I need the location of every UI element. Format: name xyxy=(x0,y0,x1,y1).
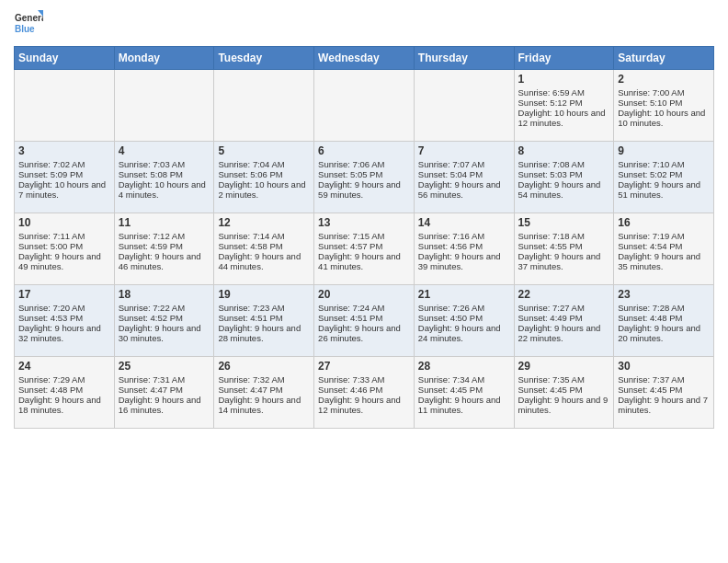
day-number: 26 xyxy=(218,360,310,373)
calendar-cell: 5Sunrise: 7:04 AMSunset: 5:06 PMDaylight… xyxy=(214,142,314,213)
daylight: Daylight: 9 hours and 46 minutes. xyxy=(119,251,201,271)
daylight: Daylight: 9 hours and 39 minutes. xyxy=(418,251,501,271)
calendar-cell: 3Sunrise: 7:02 AMSunset: 5:09 PMDaylight… xyxy=(15,142,115,213)
sunset: Sunset: 4:58 PM xyxy=(218,241,282,251)
daylight: Daylight: 10 hours and 4 minutes. xyxy=(119,179,206,200)
daylight: Daylight: 9 hours and 12 minutes. xyxy=(318,395,401,415)
calendar-cell: 24Sunrise: 7:29 AMSunset: 4:48 PMDayligh… xyxy=(15,357,115,429)
sunset: Sunset: 4:48 PM xyxy=(18,385,83,395)
logo-graphic: General Blue xyxy=(14,9,43,39)
day-number: 8 xyxy=(518,144,610,157)
sunrise: Sunrise: 7:12 AM xyxy=(119,231,185,241)
daylight: Daylight: 9 hours and 44 minutes. xyxy=(218,251,301,271)
calendar-cell: 27Sunrise: 7:33 AMSunset: 4:46 PMDayligh… xyxy=(314,357,415,429)
daylight: Daylight: 9 hours and 24 minutes. xyxy=(418,323,501,343)
header-day-friday: Friday xyxy=(514,47,614,70)
calendar-cell: 22Sunrise: 7:27 AMSunset: 4:49 PMDayligh… xyxy=(514,285,614,357)
calendar-cell: 28Sunrise: 7:34 AMSunset: 4:45 PMDayligh… xyxy=(414,357,514,429)
sunset: Sunset: 4:49 PM xyxy=(518,313,583,323)
sunrise: Sunrise: 7:22 AM xyxy=(119,303,185,313)
calendar-cell xyxy=(314,70,415,142)
day-number: 12 xyxy=(218,216,310,229)
calendar-cell: 1Sunrise: 6:59 AMSunset: 5:12 PMDaylight… xyxy=(514,70,614,142)
daylight: Daylight: 9 hours and 16 minutes. xyxy=(119,395,201,415)
daylight: Daylight: 9 hours and 22 minutes. xyxy=(518,323,601,343)
header: General Blue xyxy=(14,9,714,39)
daylight: Daylight: 9 hours and 37 minutes. xyxy=(518,251,601,271)
calendar-cell: 20Sunrise: 7:24 AMSunset: 4:51 PMDayligh… xyxy=(314,285,415,357)
calendar-cell: 6Sunrise: 7:06 AMSunset: 5:05 PMDaylight… xyxy=(314,142,415,213)
daylight: Daylight: 9 hours and 18 minutes. xyxy=(18,395,101,415)
sunrise: Sunrise: 7:28 AM xyxy=(618,303,684,313)
day-number: 21 xyxy=(418,288,510,301)
header-day-tuesday: Tuesday xyxy=(214,47,314,70)
sunrise: Sunrise: 7:26 AM xyxy=(418,303,484,313)
sunrise: Sunrise: 7:24 AM xyxy=(318,303,384,313)
header-row: SundayMondayTuesdayWednesdayThursdayFrid… xyxy=(15,47,714,70)
sunrise: Sunrise: 7:29 AM xyxy=(18,374,85,385)
calendar-cell: 14Sunrise: 7:16 AMSunset: 4:56 PMDayligh… xyxy=(414,213,514,285)
calendar-cell: 26Sunrise: 7:32 AMSunset: 4:47 PMDayligh… xyxy=(214,357,314,429)
calendar-cell: 16Sunrise: 7:19 AMSunset: 4:54 PMDayligh… xyxy=(614,213,714,285)
sunset: Sunset: 5:00 PM xyxy=(18,241,83,251)
header-day-saturday: Saturday xyxy=(614,47,714,70)
day-number: 22 xyxy=(518,288,610,301)
week-row-3: 10Sunrise: 7:11 AMSunset: 5:00 PMDayligh… xyxy=(15,213,714,285)
sunset: Sunset: 4:47 PM xyxy=(218,385,282,395)
sunrise: Sunrise: 7:14 AM xyxy=(218,231,284,241)
calendar-cell: 9Sunrise: 7:10 AMSunset: 5:02 PMDaylight… xyxy=(614,142,714,213)
daylight: Daylight: 9 hours and 54 minutes. xyxy=(518,179,601,200)
day-number: 2 xyxy=(618,73,710,86)
day-number: 17 xyxy=(18,288,110,301)
daylight: Daylight: 9 hours and 28 minutes. xyxy=(218,323,301,343)
calendar-cell: 29Sunrise: 7:35 AMSunset: 4:45 PMDayligh… xyxy=(514,357,614,429)
daylight: Daylight: 9 hours and 56 minutes. xyxy=(418,179,501,200)
daylight: Daylight: 10 hours and 7 minutes. xyxy=(18,179,106,200)
day-number: 18 xyxy=(119,288,210,301)
day-number: 9 xyxy=(618,144,710,157)
header-day-wednesday: Wednesday xyxy=(314,47,415,70)
day-number: 16 xyxy=(618,216,710,229)
calendar-cell xyxy=(114,70,214,142)
svg-text:Blue: Blue xyxy=(15,24,35,34)
day-number: 13 xyxy=(318,216,410,229)
calendar-cell: 25Sunrise: 7:31 AMSunset: 4:47 PMDayligh… xyxy=(114,357,214,429)
day-number: 10 xyxy=(18,216,110,229)
sunset: Sunset: 4:56 PM xyxy=(418,241,483,251)
daylight: Daylight: 9 hours and 14 minutes. xyxy=(218,395,301,415)
daylight: Daylight: 10 hours and 10 minutes. xyxy=(618,108,705,128)
sunset: Sunset: 4:45 PM xyxy=(618,385,682,395)
daylight: Daylight: 9 hours and 49 minutes. xyxy=(18,251,101,271)
sunrise: Sunrise: 7:35 AM xyxy=(518,374,585,385)
daylight: Daylight: 9 hours and 35 minutes. xyxy=(618,251,700,271)
daylight: Daylight: 9 hours and 30 minutes. xyxy=(119,323,201,343)
day-number: 11 xyxy=(119,216,210,229)
sunset: Sunset: 5:02 PM xyxy=(618,169,682,179)
sunrise: Sunrise: 7:20 AM xyxy=(18,303,85,313)
sunrise: Sunrise: 7:32 AM xyxy=(218,374,284,385)
week-row-4: 17Sunrise: 7:20 AMSunset: 4:53 PMDayligh… xyxy=(15,285,714,357)
day-number: 3 xyxy=(18,144,110,157)
daylight: Daylight: 10 hours and 2 minutes. xyxy=(218,179,305,200)
sunset: Sunset: 4:50 PM xyxy=(418,313,483,323)
sunset: Sunset: 4:55 PM xyxy=(518,241,583,251)
sunrise: Sunrise: 7:11 AM xyxy=(18,231,85,241)
week-row-5: 24Sunrise: 7:29 AMSunset: 4:48 PMDayligh… xyxy=(15,357,714,429)
sunset: Sunset: 5:05 PM xyxy=(318,169,382,179)
week-row-1: 1Sunrise: 6:59 AMSunset: 5:12 PMDaylight… xyxy=(15,70,714,142)
sunset: Sunset: 4:47 PM xyxy=(119,385,183,395)
sunset: Sunset: 4:45 PM xyxy=(518,385,583,395)
daylight: Daylight: 9 hours and 41 minutes. xyxy=(318,251,401,271)
sunset: Sunset: 4:59 PM xyxy=(119,241,183,251)
day-number: 15 xyxy=(518,216,610,229)
sunrise: Sunrise: 7:23 AM xyxy=(218,303,284,313)
calendar-cell xyxy=(15,70,115,142)
day-number: 30 xyxy=(618,360,710,373)
day-number: 25 xyxy=(119,360,210,373)
sunrise: Sunrise: 7:37 AM xyxy=(618,374,684,385)
daylight: Daylight: 9 hours and 7 minutes. xyxy=(618,395,708,415)
sunset: Sunset: 5:06 PM xyxy=(218,169,282,179)
sunrise: Sunrise: 7:15 AM xyxy=(318,231,384,241)
day-number: 4 xyxy=(119,144,210,157)
day-number: 5 xyxy=(218,144,310,157)
